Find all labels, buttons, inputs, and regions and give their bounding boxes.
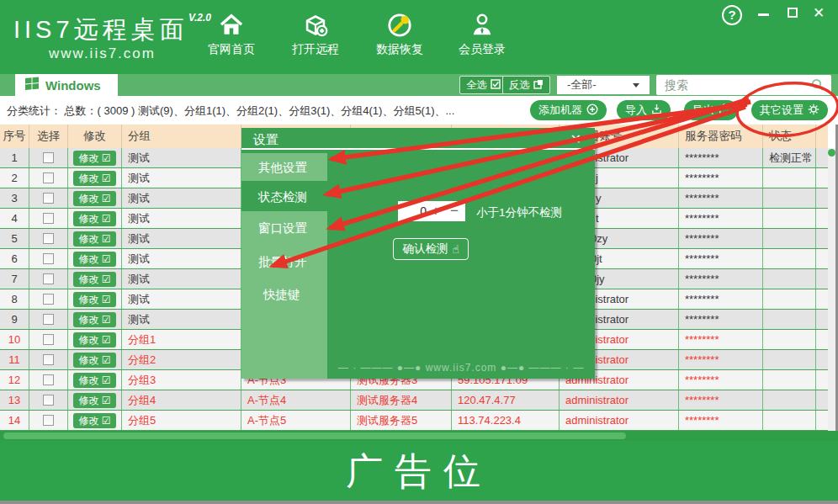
dialog-title-divider (241, 148, 595, 150)
watermark: — · ——— ●—● www.iis7.com ●—● ——— · — (327, 362, 595, 374)
modify-cell: 修改 ☑ (68, 330, 122, 349)
cell-group: 测试 (122, 289, 241, 309)
modify-cell: 修改 ☑ (68, 229, 122, 248)
row-checkbox[interactable] (43, 294, 54, 305)
nav-data-recovery[interactable]: 数据恢复 (359, 8, 440, 66)
menu-item-window-settings[interactable]: 窗口设置 (258, 220, 326, 236)
row-checkbox[interactable] (43, 354, 54, 365)
menu-item-hotkeys[interactable]: 快捷键 (263, 286, 331, 303)
column-header: 序号 (0, 125, 29, 148)
modify-button[interactable]: 修改 ☑ (73, 292, 115, 307)
modify-button[interactable]: 修改 ☑ (73, 191, 115, 206)
modify-button[interactable]: 修改 ☑ (73, 393, 115, 408)
row-checkbox[interactable] (43, 213, 54, 224)
tab-windows[interactable]: Windows (15, 74, 118, 96)
spinner-minus-button[interactable]: − (445, 202, 464, 220)
export-icon (719, 103, 729, 117)
select-all-button[interactable]: 全选 (459, 76, 507, 94)
row-checkbox[interactable] (43, 374, 54, 385)
row-checkbox[interactable] (43, 334, 54, 345)
column-header: 修改 (68, 125, 122, 148)
confirm-check-button[interactable]: 确认检测 ☝ (393, 238, 469, 260)
modify-button[interactable]: 修改 ☑ (73, 413, 115, 428)
cell-password: ******** (679, 390, 763, 410)
select-all-icon (491, 79, 501, 92)
modify-button[interactable]: 修改 ☑ (73, 252, 115, 267)
modify-cell: 修改 ☑ (68, 148, 122, 167)
cell-group: 测试 (122, 188, 241, 208)
modify-button[interactable]: 修改 ☑ (73, 272, 115, 287)
cell-password: ******** (679, 289, 763, 309)
vertical-scrollbar-thumb[interactable] (828, 149, 835, 157)
row-checkbox[interactable] (43, 172, 54, 183)
cell-num: 4 (0, 209, 29, 228)
modify-button[interactable]: 修改 ☑ (73, 211, 115, 226)
cell-password: ******** (679, 148, 763, 167)
column-header: 状态 (763, 125, 816, 148)
row-checkbox[interactable] (43, 152, 54, 163)
cell-group: 测试 (122, 229, 241, 248)
vertical-scrollbar-track[interactable] (828, 148, 835, 431)
horizontal-scrollbar-thumb[interactable] (3, 432, 626, 439)
cell-filler (816, 269, 828, 289)
row-checkbox[interactable] (43, 415, 54, 426)
help-button[interactable]: ? (722, 5, 742, 25)
row-checkbox[interactable] (43, 395, 54, 406)
cell-num: 8 (0, 289, 29, 309)
horizontal-scrollbar-track[interactable] (0, 431, 838, 441)
select-cell (29, 209, 68, 228)
search-icon[interactable] (811, 78, 825, 95)
cell-filler (816, 289, 828, 309)
interval-value[interactable]: 0 (398, 204, 427, 218)
app-logo: IIS7远程桌面 (13, 13, 188, 47)
spinner-plus-button[interactable]: + (427, 202, 445, 220)
modify-button[interactable]: 修改 ☑ (73, 373, 115, 388)
cell-group: 分组1 (122, 330, 241, 349)
invert-select-button[interactable]: 反选 (502, 76, 550, 94)
modify-cell: 修改 ☑ (68, 188, 122, 208)
modify-cell: 修改 ☑ (68, 269, 122, 289)
cell-status (763, 411, 816, 430)
data-recovery-icon (359, 8, 440, 40)
group-filter-dropdown[interactable]: -全部- (557, 76, 650, 94)
app-window: IIS7远程桌面 V.2.0 www.iis7.com 官网首页 打开远程 数据… (0, 0, 838, 504)
other-settings-button[interactable]: 其它设置 (751, 100, 828, 120)
menu-item-batch-open[interactable]: 批量打开 (258, 253, 326, 270)
row-checkbox[interactable] (43, 273, 54, 284)
import-icon (651, 103, 662, 117)
modify-button[interactable]: 修改 ☑ (73, 171, 115, 186)
modify-cell: 修改 ☑ (68, 289, 122, 309)
nav-home[interactable]: 官网首页 (191, 8, 272, 66)
row-checkbox[interactable] (43, 193, 54, 204)
row-checkbox[interactable] (43, 314, 54, 325)
modify-cell: 修改 ☑ (68, 168, 122, 188)
cell-status (763, 390, 816, 410)
cell-filler (816, 229, 828, 248)
cell-ip: 113.74.223.4 (452, 411, 560, 430)
import-button[interactable]: 导入 (617, 100, 671, 120)
select-cell (29, 330, 68, 349)
modify-button[interactable]: 修改 ☑ (73, 312, 115, 327)
minimize-button[interactable] (758, 13, 769, 16)
maximize-button[interactable] (788, 8, 798, 18)
menu-item-other-settings[interactable]: 其他设置 (258, 159, 326, 176)
cell-num: 11 (0, 350, 29, 369)
add-machine-button[interactable]: 添加机器 (530, 100, 607, 120)
modify-cell: 修改 ☑ (68, 209, 122, 228)
export-button[interactable]: 导出 (684, 100, 738, 120)
close-button[interactable]: ✕ (813, 4, 825, 22)
modify-button[interactable]: 修改 ☑ (73, 231, 115, 247)
row-checkbox[interactable] (43, 233, 54, 244)
nav-open-remote[interactable]: 打开远程 (275, 8, 356, 66)
cell-password: ******** (679, 370, 763, 390)
cell-filler (816, 390, 828, 410)
modify-button[interactable]: 修改 ☑ (73, 353, 115, 368)
modify-button[interactable]: 修改 ☑ (73, 151, 115, 166)
menu-item-status-check[interactable]: 状态检测 (258, 188, 326, 205)
modify-button[interactable]: 修改 ☑ (73, 332, 115, 347)
dialog-close-icon[interactable]: ✕ (570, 131, 581, 147)
nav-member-login[interactable]: 会员登录 (442, 8, 522, 66)
row-checkbox[interactable] (43, 253, 54, 264)
search-input[interactable] (665, 75, 799, 95)
cell-server: 测试服务器5 (351, 411, 452, 430)
